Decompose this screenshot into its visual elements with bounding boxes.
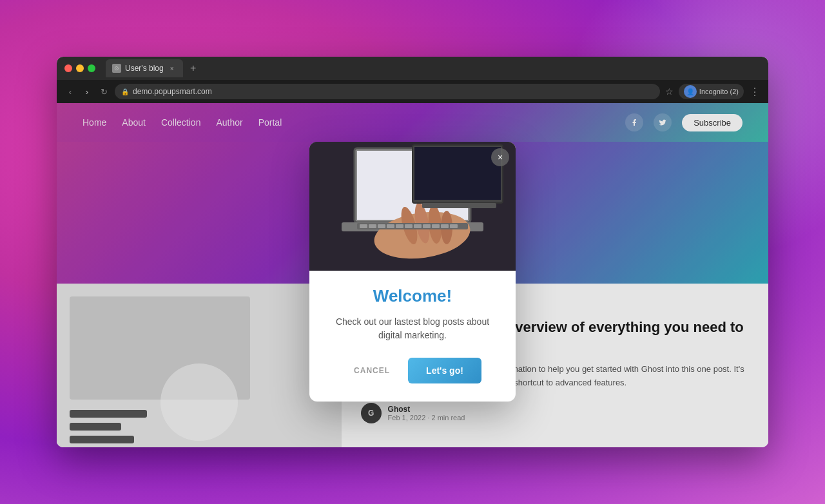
- svg-rect-13: [387, 224, 394, 228]
- svg-rect-11: [369, 224, 376, 228]
- svg-rect-16: [414, 224, 422, 228]
- url-text: demo.popupsmart.com: [133, 87, 212, 96]
- tab-bar: ⊙ User's blog × +: [106, 59, 761, 77]
- svg-rect-19: [441, 224, 449, 228]
- lets-go-button[interactable]: Let's go!: [408, 358, 481, 383]
- back-button[interactable]: ‹: [64, 86, 76, 97]
- cancel-button[interactable]: CANCEL: [344, 360, 400, 382]
- bookmark-button[interactable]: ☆: [665, 86, 674, 97]
- svg-rect-22: [414, 147, 501, 200]
- website-content: Home About Collection Author Portal Subs…: [57, 103, 768, 447]
- laptop-svg: [309, 142, 516, 271]
- browser-tab[interactable]: ⊙ User's blog ×: [106, 59, 183, 77]
- profile-button[interactable]: 👤 Incognito (2): [679, 84, 744, 99]
- popup-body: Welcome! Check out our lastest blog post…: [309, 271, 516, 402]
- svg-rect-18: [432, 224, 440, 228]
- close-window-button[interactable]: [64, 64, 72, 72]
- popup-description: Check out our lastest blog posts about d…: [327, 315, 498, 342]
- svg-rect-10: [360, 224, 367, 228]
- minimize-window-button[interactable]: [76, 64, 84, 72]
- svg-rect-12: [378, 224, 385, 228]
- tab-favicon: ⊙: [112, 64, 121, 73]
- svg-rect-20: [450, 224, 458, 228]
- popup-title: Welcome!: [327, 286, 498, 306]
- lock-icon: 🔒: [121, 88, 129, 95]
- browser-addressbar: ‹ › ↻ 🔒 demo.popupsmart.com ☆ 👤 Incognit…: [57, 80, 768, 103]
- popup-modal: × Welcome! Check out our lastest blog po…: [309, 142, 516, 402]
- svg-rect-17: [423, 224, 431, 228]
- laptop-scene: [309, 142, 516, 271]
- browser-window: ⊙ User's blog × + ‹ › ↻ 🔒 demo.popupsmar…: [57, 57, 768, 447]
- profile-avatar: 👤: [684, 85, 697, 98]
- svg-rect-15: [405, 224, 412, 228]
- tab-title: User's blog: [125, 64, 164, 73]
- forward-button[interactable]: ›: [81, 86, 93, 97]
- url-bar[interactable]: 🔒 demo.popupsmart.com: [115, 84, 660, 99]
- new-tab-button[interactable]: +: [186, 61, 201, 76]
- popup-overlay: × Welcome! Check out our lastest blog po…: [57, 103, 768, 447]
- popup-close-button[interactable]: ×: [491, 148, 509, 166]
- fullscreen-window-button[interactable]: [88, 64, 95, 72]
- svg-rect-23: [422, 203, 496, 208]
- browser-menu-button[interactable]: ⋮: [749, 86, 761, 97]
- refresh-button[interactable]: ↻: [98, 86, 110, 97]
- popup-image: ×: [309, 142, 516, 271]
- tab-close-button[interactable]: ×: [168, 64, 177, 73]
- traffic-lights: [64, 64, 95, 72]
- svg-rect-14: [396, 224, 403, 228]
- popup-actions: CANCEL Let's go!: [327, 358, 498, 386]
- browser-titlebar: ⊙ User's blog × +: [57, 57, 768, 80]
- profile-label: Incognito (2): [699, 88, 739, 95]
